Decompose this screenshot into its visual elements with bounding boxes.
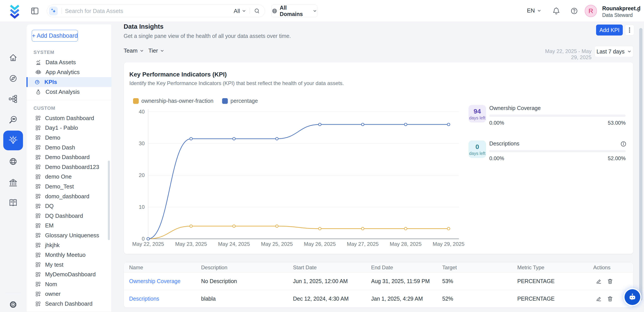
kpi-name-link[interactable]: Ownership Coverage [124, 278, 201, 284]
sidebar-item-dq-dashboard[interactable]: DQ Dashboard [26, 211, 112, 221]
compass-icon[interactable] [8, 73, 18, 84]
kpi-progress-bar [489, 115, 626, 117]
sidebar-item-demo-dashboard[interactable]: Demo Dashboard [26, 152, 112, 162]
add-kpi-button[interactable]: Add KPI [596, 25, 623, 36]
cell-start-date: Jun 1, 2025, 12:00 AM [293, 278, 371, 284]
sidebar-item-label: owner [45, 290, 60, 297]
kpi-chart: 010203040May 22, 2025May 23, 2025May 24,… [129, 105, 462, 248]
user-avatar[interactable]: R [585, 5, 597, 17]
governance-bank-icon[interactable] [8, 177, 18, 188]
table-body: Ownership CoverageNo DescriptionJun 1, 2… [124, 272, 633, 307]
sidebar-item-glossary-uniqueness[interactable]: Glossary Uniqueness [26, 230, 112, 240]
sidebar-item-em[interactable]: EM [26, 221, 112, 231]
search-icon[interactable] [254, 8, 260, 15]
dash-add-icon [35, 193, 41, 199]
table-row: DescriptionsblablaDec 12, 2024, 4:30 AMJ… [124, 290, 633, 307]
language-dropdown[interactable]: EN [527, 7, 541, 14]
kpi-current-value: 0.00% [489, 120, 504, 126]
section-label-custom: CUSTOM [34, 105, 112, 111]
cell-end-date: Aug 31, 2025, 11:59 PM [371, 278, 442, 284]
legend-item[interactable]: percentage [222, 98, 258, 104]
cell-metric-type: PERCENTAGE [517, 295, 593, 302]
chevron-down-icon [313, 9, 317, 13]
sidebar-item-my-test[interactable]: My test [26, 260, 112, 270]
sidebar-item-custom-dashboard[interactable]: Custom Dashboard [26, 113, 112, 123]
ai-sparkle-icon[interactable] [49, 7, 58, 15]
dash-add-icon [35, 154, 41, 160]
sidebar-item-mydemodashboard[interactable]: MyDemoDashboard [26, 270, 112, 279]
help-icon[interactable] [570, 6, 579, 16]
lineage-sitemap-icon[interactable] [8, 94, 18, 104]
user-role: Data Steward [602, 12, 632, 18]
sidebar-item-jhkjhk[interactable]: jhkjhk [26, 240, 112, 250]
sidebar-item-kpis[interactable]: KPIs [26, 77, 112, 87]
svg-text:May 23, 2025: May 23, 2025 [175, 241, 207, 247]
edit-pencil-icon[interactable] [596, 278, 602, 285]
globe-icon[interactable] [8, 156, 18, 167]
delete-trash-icon[interactable] [607, 278, 613, 285]
sidebar-scrollbar[interactable] [108, 161, 110, 240]
range-selector-dropdown[interactable]: Last 7 days [594, 46, 634, 57]
notifications-bell-icon[interactable] [552, 6, 561, 16]
system-list: Data AssetsApp AnalyticsKPIs$Cost Analys… [26, 57, 112, 97]
sidebar-item-app-analytics[interactable]: App Analytics [26, 67, 112, 77]
kpi-current-value: 0.00% [489, 155, 504, 162]
table-row: Ownership CoverageNo DescriptionJun 1, 2… [124, 272, 633, 290]
globe-icon [272, 8, 278, 14]
kpi-table: NameDescriptionStart DateEnd DateTargetM… [124, 262, 634, 308]
sidebar-toggle-icon[interactable] [30, 6, 40, 16]
profile-chevron-down-icon[interactable] [636, 8, 641, 14]
svg-text:May 24, 2025: May 24, 2025 [218, 241, 250, 247]
sidebar-item-day1-pablo[interactable]: Day1 - Pablo [26, 123, 112, 133]
insights-lightbulb-icon[interactable] [3, 131, 23, 150]
sidebar-item-demo-one[interactable]: demo One [26, 172, 112, 182]
domains-dropdown[interactable]: All Domains [271, 5, 317, 17]
sidebar-item-monthly-meetuo[interactable]: Monthly Meetuo [26, 250, 112, 260]
svg-text:May 27, 2025: May 27, 2025 [347, 241, 378, 247]
kpi-name-link[interactable]: Descriptions [124, 295, 201, 302]
cell-target: 52% [442, 295, 517, 302]
info-icon[interactable] [620, 141, 626, 147]
page-scrollbar[interactable] [639, 28, 642, 300]
sidebar-item-data-assets[interactable]: Data Assets [26, 57, 112, 67]
delete-trash-icon[interactable] [607, 295, 613, 302]
dash-add-icon [35, 213, 41, 219]
glossary-book-icon[interactable] [8, 197, 18, 208]
profile-search-eye-icon[interactable] [8, 114, 18, 125]
svg-text:40: 40 [139, 109, 145, 115]
svg-text:May 22, 2025: May 22, 2025 [132, 241, 164, 247]
sidebar-item-demo-dash[interactable]: Demo Dash [26, 143, 112, 152]
sidebar-item-search-dashboard[interactable]: Search Dashboard [26, 299, 112, 309]
settings-gear-icon[interactable] [8, 299, 18, 310]
sidebar-item-owner[interactable]: owner [26, 289, 112, 299]
legend-item[interactable]: ownership-has-owner-fraction [133, 98, 213, 104]
divider [6, 293, 21, 293]
cell-start-date: Dec 12, 2024, 4:30 AM [293, 295, 371, 302]
sidebar-item-nom[interactable]: Nom [26, 279, 112, 289]
home-icon[interactable] [8, 52, 18, 63]
sidebar-item-demo-test[interactable]: Demo_Test [26, 182, 112, 192]
global-search-input[interactable]: Search for Data Assets All [47, 5, 265, 17]
database-icon [35, 69, 42, 76]
add-dashboard-button[interactable]: + Add Dashboard [32, 30, 78, 42]
sidebar-item-dq[interactable]: DQ [26, 201, 112, 211]
app-logo-icon[interactable] [8, 4, 22, 19]
page-title: Data Insights [124, 23, 164, 30]
cell-target: 53% [442, 278, 517, 284]
edit-pencil-icon[interactable] [596, 295, 602, 302]
search-scope-dropdown[interactable]: All [234, 8, 246, 15]
sidebar-item-label: Monthly Meetuo [45, 251, 86, 258]
column-header: Description [201, 264, 293, 271]
sidebar-item-domo-dashboard[interactable]: domo_dashboard [26, 192, 112, 201]
more-options-kebab-icon[interactable] [625, 25, 634, 36]
sidebar-item-demo[interactable]: Demo [26, 133, 112, 143]
sidebar-item-label: jhkjhk [45, 242, 60, 249]
sidebar-item-demo-dashboard123[interactable]: Demo Dashboard123 [26, 162, 112, 172]
chatbot-bubble[interactable] [624, 289, 640, 305]
team-filter-dropdown[interactable]: Team [124, 47, 144, 54]
divider [250, 8, 250, 14]
tier-filter-dropdown[interactable]: Tier [148, 47, 164, 54]
sidebar-item-cost-analysis[interactable]: $Cost Analysis [26, 87, 112, 97]
dash-add-icon [35, 115, 41, 121]
gauge-icon [34, 79, 40, 85]
